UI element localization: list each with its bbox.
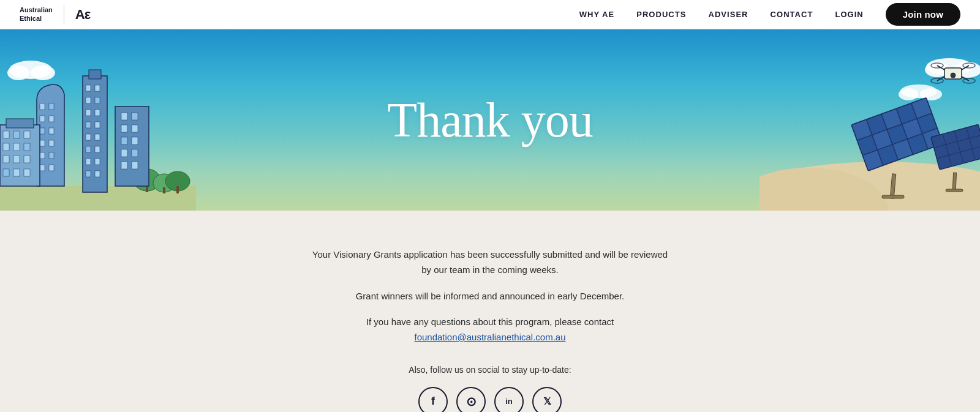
svg-rect-41 [24, 131, 30, 138]
svg-rect-25 [40, 103, 45, 110]
svg-rect-29 [40, 128, 45, 134]
svg-rect-103 [952, 173, 957, 191]
svg-rect-32 [49, 140, 54, 146]
svg-rect-10 [95, 85, 100, 91]
linkedin-icon-button[interactable]: in [494, 387, 524, 412]
logo-ae-symbol: Aε [75, 7, 90, 23]
svg-rect-13 [86, 110, 91, 116]
svg-rect-53 [132, 113, 138, 120]
svg-rect-18 [95, 134, 100, 140]
city-skyline-illustration [0, 51, 196, 211]
svg-point-71 [899, 88, 918, 100]
svg-rect-39 [3, 131, 9, 138]
svg-rect-19 [86, 146, 91, 152]
logo-text: Australian Ethical [20, 6, 53, 22]
svg-rect-59 [132, 149, 138, 157]
svg-rect-55 [132, 125, 138, 132]
twitter-icon-button[interactable]: 𝕏 [532, 387, 562, 412]
logo-divider [64, 5, 64, 24]
social-follow-label: Also, follow us on social to stay up-to-… [282, 365, 698, 375]
svg-rect-58 [121, 149, 127, 157]
svg-rect-57 [132, 137, 138, 144]
svg-rect-42 [3, 143, 9, 151]
svg-rect-33 [40, 152, 45, 159]
svg-rect-8 [89, 70, 101, 79]
svg-point-114 [951, 73, 956, 78]
svg-rect-23 [86, 171, 91, 177]
hero-title: Thank you [387, 92, 592, 148]
svg-rect-14 [95, 110, 100, 116]
svg-rect-50 [24, 169, 30, 176]
svg-rect-12 [95, 97, 100, 103]
svg-rect-6 [176, 186, 179, 193]
nav-item-why-ae[interactable]: WHY AE [579, 10, 615, 19]
social-icons-row: f ⊙ in 𝕏 [282, 387, 698, 412]
svg-rect-28 [49, 116, 54, 122]
svg-rect-52 [121, 113, 127, 120]
svg-rect-61 [132, 162, 138, 169]
contact-email-link[interactable]: foundation@australianethical.com.au [414, 332, 565, 342]
submission-confirmation-text: Your Visionary Grants application has be… [282, 247, 698, 278]
nav-item-contact[interactable]: CONTACT [771, 10, 813, 19]
hero-banner: Thank you [0, 29, 980, 211]
svg-point-64 [31, 66, 55, 80]
facebook-icon-button[interactable]: f [418, 387, 448, 412]
svg-rect-60 [121, 162, 127, 169]
nav-item-products[interactable]: PRODUCTS [636, 10, 686, 19]
svg-rect-34 [49, 152, 54, 159]
svg-rect-20 [95, 146, 100, 152]
svg-rect-38 [6, 119, 34, 128]
svg-point-63 [7, 66, 29, 80]
svg-rect-44 [24, 143, 30, 151]
content-area: Your Visionary Grants application has be… [0, 211, 980, 412]
svg-rect-15 [86, 122, 91, 128]
svg-rect-4 [163, 187, 165, 193]
svg-rect-48 [3, 169, 9, 176]
header: Australian Ethical Aε WHY AE PRODUCTS AD… [0, 0, 980, 29]
contact-text: If you have any questions about this pro… [282, 315, 698, 345]
svg-rect-30 [49, 128, 54, 134]
svg-rect-56 [121, 137, 127, 144]
nav-item-login[interactable]: LOGIN [835, 10, 863, 19]
svg-rect-17 [86, 134, 91, 140]
svg-rect-16 [95, 122, 100, 128]
svg-rect-96 [882, 195, 904, 198]
svg-rect-11 [86, 97, 91, 103]
svg-rect-21 [86, 159, 91, 165]
svg-rect-36 [49, 165, 54, 171]
main-nav: WHY AE PRODUCTS ADVISER CONTACT LOGIN Jo… [579, 3, 960, 26]
svg-rect-54 [121, 125, 127, 132]
svg-rect-31 [40, 140, 45, 146]
logo[interactable]: Australian Ethical Aε [20, 5, 90, 24]
instagram-icon-button[interactable]: ⊙ [456, 387, 486, 412]
solar-panels-illustration [760, 51, 980, 211]
svg-rect-40 [13, 131, 20, 138]
svg-rect-26 [49, 103, 54, 110]
nav-item-adviser[interactable]: ADVISER [708, 10, 748, 19]
svg-rect-9 [86, 85, 91, 91]
svg-rect-22 [95, 159, 100, 165]
svg-rect-46 [13, 155, 20, 163]
svg-rect-27 [40, 116, 45, 122]
announcement-text: Grant winners will be informed and annou… [282, 289, 698, 304]
svg-rect-47 [24, 155, 30, 163]
svg-rect-45 [3, 155, 9, 163]
svg-rect-49 [13, 169, 20, 176]
svg-rect-43 [13, 143, 20, 151]
svg-rect-24 [95, 171, 100, 177]
svg-rect-35 [40, 165, 45, 171]
join-now-button[interactable]: Join now [886, 3, 960, 26]
content-body: Your Visionary Grants application has be… [282, 247, 698, 412]
svg-rect-104 [946, 189, 963, 192]
